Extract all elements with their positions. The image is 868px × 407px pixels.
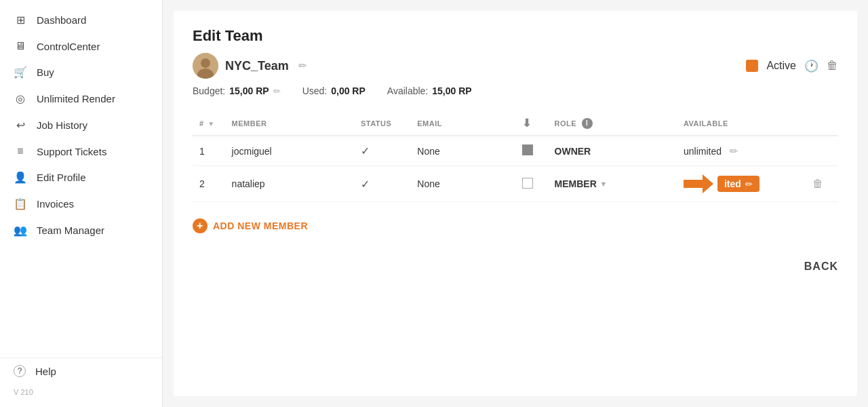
th-status: STATUS xyxy=(354,111,410,136)
used-label: Used: xyxy=(302,85,328,96)
th-action xyxy=(806,111,838,136)
role-info-icon[interactable]: i xyxy=(582,118,593,129)
back-button[interactable]: BACK xyxy=(804,260,838,273)
page-title: Edit Team xyxy=(193,27,838,45)
budget-edit-icon[interactable]: ✏ xyxy=(273,86,281,96)
render-icon: ◎ xyxy=(14,92,27,105)
team-history-icon[interactable]: 🕐 xyxy=(804,59,818,73)
row1-checkbox-filled[interactable] xyxy=(522,144,533,155)
add-member-label: ADD NEW MEMBER xyxy=(213,220,308,231)
row1-check-icon: ✓ xyxy=(361,145,370,157)
th-member: MEMBER xyxy=(225,111,354,136)
th-num[interactable]: # ▼ xyxy=(193,111,225,136)
available-label: Available: xyxy=(387,85,428,96)
team-header: NYC_Team ✏ Active 🕐 🗑 xyxy=(193,53,838,79)
team-icon: 👥 xyxy=(14,224,27,237)
sidebar-item-label: Edit Profile xyxy=(37,172,86,183)
th-email: EMAIL xyxy=(410,111,515,136)
used-value: 0,00 RP xyxy=(331,85,366,96)
team-status-area: Active 🕐 🗑 xyxy=(746,59,838,73)
row1-num: 1 xyxy=(193,136,225,166)
row1-status: ✓ xyxy=(354,136,410,166)
sidebar-item-buy[interactable]: 🛒 Buy xyxy=(0,59,162,85)
row2-member: nataliep xyxy=(225,166,354,202)
sidebar-item-invoices[interactable]: 📋 Invoices xyxy=(0,191,162,217)
sidebar-item-label: Help xyxy=(35,366,56,377)
row1-available-text: unlimited xyxy=(684,146,722,157)
row1-email: None xyxy=(410,136,515,166)
available-value: 15,00 RP xyxy=(432,85,471,96)
profile-icon: 👤 xyxy=(14,171,27,184)
add-member-icon: + xyxy=(193,218,208,233)
sidebar-item-label: ControlCenter xyxy=(37,41,100,52)
content-area: Edit Team NYC_Team ✏ Active 🕐 🗑 xyxy=(174,11,857,396)
tickets-icon: ≡ xyxy=(14,145,27,157)
monitor-icon: 🖥 xyxy=(14,40,27,52)
add-member-row[interactable]: + ADD NEW MEMBER xyxy=(193,218,838,233)
used-item: Used: 0,00 RP xyxy=(302,85,366,96)
svg-marker-3 xyxy=(684,174,713,193)
sidebar-item-job-history[interactable]: ↩ Job History xyxy=(0,112,162,138)
team-name: NYC_Team xyxy=(225,59,289,73)
sidebar-item-label: Invoices xyxy=(37,198,74,210)
dashboard-icon: ⊞ xyxy=(14,14,27,26)
row2-role: MEMBER OWNER ▼ xyxy=(548,166,677,202)
row2-available: ited ✏ xyxy=(677,166,806,202)
row1-available: unlimited ✏ xyxy=(677,136,806,166)
row1-role: OWNER xyxy=(548,136,677,166)
sidebar-item-help[interactable]: ? Help xyxy=(0,358,162,384)
sidebar-item-edit-profile[interactable]: 👤 Edit Profile xyxy=(0,164,162,191)
row1-available-edit-icon[interactable]: ✏ xyxy=(730,145,738,157)
row2-num: 2 xyxy=(193,166,225,202)
row2-available-text: ited xyxy=(724,178,741,189)
sidebar-item-label: Unlimited Render xyxy=(37,93,115,104)
cart-icon: 🛒 xyxy=(14,66,27,79)
row2-action[interactable]: 🗑 xyxy=(806,166,838,202)
th-role: ROLE i xyxy=(548,111,677,136)
sidebar-item-controlcenter[interactable]: 🖥 ControlCenter xyxy=(0,33,162,59)
team-name-edit-icon[interactable]: ✏ xyxy=(298,60,307,72)
sidebar-item-label: Job History xyxy=(37,119,87,131)
sidebar-item-label: Buy xyxy=(37,66,54,78)
sidebar-item-team-manager[interactable]: 👥 Team Manager xyxy=(0,217,162,244)
row1-action xyxy=(806,136,838,166)
sidebar-item-support-tickets[interactable]: ≡ Support Tickets xyxy=(0,138,162,164)
budget-label: Budget: xyxy=(193,85,225,96)
sidebar-item-label: Support Tickets xyxy=(37,146,106,157)
row2-available-edit-icon[interactable]: ✏ xyxy=(745,179,753,189)
row1-dl xyxy=(515,136,548,166)
sidebar-item-dashboard[interactable]: ⊞ Dashboard xyxy=(0,7,162,33)
row2-role-select[interactable]: MEMBER OWNER xyxy=(555,178,597,189)
invoices-icon: 📋 xyxy=(14,197,27,210)
main-content: Edit Team NYC_Team ✏ Active 🕐 🗑 xyxy=(163,0,868,407)
help-icon: ? xyxy=(14,365,26,377)
row2-available-highlight: ited ✏ xyxy=(717,176,760,192)
budget-row: Budget: 15,00 RP ✏ Used: 0,00 RP Availab… xyxy=(193,85,838,96)
row2-dl xyxy=(515,166,548,202)
table-row: 1 jocmiguel ✓ None OWNER unlimited xyxy=(193,136,838,166)
row2-checkbox[interactable] xyxy=(522,178,533,189)
role-dropdown-arrow: ▼ xyxy=(600,180,608,188)
back-row: BACK xyxy=(193,260,838,273)
row1-role-label: OWNER xyxy=(555,146,591,157)
svg-point-1 xyxy=(201,58,210,68)
row2-email: None xyxy=(410,166,515,202)
status-label: Active xyxy=(766,60,796,72)
row2-delete-icon[interactable]: 🗑 xyxy=(812,178,823,189)
th-available: AVAILABLE xyxy=(677,111,806,136)
th-dl: ⬇ xyxy=(515,111,548,136)
row1-member: jocmiguel xyxy=(225,136,354,166)
sort-icon: ▼ xyxy=(208,120,214,128)
available-item: Available: 15,00 RP xyxy=(387,85,472,96)
members-table: # ▼ MEMBER STATUS EMAIL ⬇ ROLE i AVAILAB… xyxy=(193,111,838,202)
orange-arrow-annotation xyxy=(684,174,713,193)
team-delete-icon[interactable]: 🗑 xyxy=(827,59,838,73)
budget-value: 15,00 RP xyxy=(229,85,269,96)
budget-item: Budget: 15,00 RP ✏ xyxy=(193,85,281,96)
table-row: 2 nataliep ✓ None MEMBER OWNER xyxy=(193,166,838,202)
history-icon: ↩ xyxy=(14,119,27,132)
sidebar-item-unlimited-render[interactable]: ◎ Unlimited Render xyxy=(0,85,162,112)
row2-status: ✓ xyxy=(354,166,410,202)
sidebar-item-label: Team Manager xyxy=(37,225,104,236)
version-label: V 210 xyxy=(0,384,162,400)
